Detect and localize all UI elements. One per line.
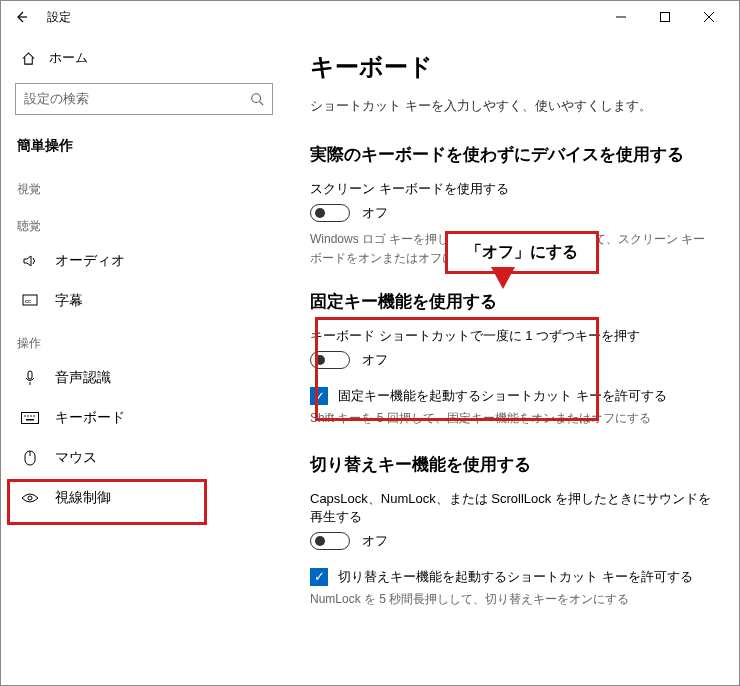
checkbox-sticky-shortcut[interactable]: ✓ bbox=[310, 387, 328, 405]
checkbox-label: 固定キー機能を起動するショートカット キーを許可する bbox=[338, 387, 667, 405]
sidebar-item-eye-control[interactable]: 視線制御 bbox=[13, 478, 291, 518]
svg-rect-8 bbox=[28, 371, 32, 379]
group-label-hearing: 聴覚 bbox=[13, 204, 291, 241]
sidebar-item-captions[interactable]: cc 字幕 bbox=[13, 281, 291, 321]
group-label-interaction: 操作 bbox=[13, 321, 291, 358]
toggle-state: オフ bbox=[362, 351, 388, 369]
sidebar-item-mouse[interactable]: マウス bbox=[13, 438, 291, 478]
svg-line-5 bbox=[260, 102, 264, 106]
svg-rect-14 bbox=[26, 419, 34, 421]
section-heading: 実際のキーボードを使わずにデバイスを使用する bbox=[310, 143, 715, 166]
svg-point-10 bbox=[24, 415, 26, 417]
sidebar-item-speech[interactable]: 音声認識 bbox=[13, 358, 291, 398]
svg-rect-1 bbox=[661, 13, 670, 22]
svg-point-11 bbox=[27, 415, 29, 417]
sidebar: ホーム 設定の検索 簡単操作 視覚 聴覚 オーディオ cc 字幕 操作 bbox=[1, 33, 291, 685]
svg-point-4 bbox=[252, 94, 261, 103]
option-label: CapsLock、NumLock、または ScrollLock を押したときにサ… bbox=[310, 490, 715, 526]
back-button[interactable] bbox=[9, 5, 33, 29]
page-subtitle: ショートカット キーを入力しやすく、使いやすくします。 bbox=[310, 97, 715, 115]
option-hint: NumLock を 5 秒間長押しして、切り替えキーをオンにする bbox=[310, 590, 715, 609]
svg-point-17 bbox=[28, 496, 32, 500]
svg-text:cc: cc bbox=[25, 298, 31, 304]
sidebar-item-label: オーディオ bbox=[55, 252, 125, 270]
home-link[interactable]: ホーム bbox=[13, 43, 291, 73]
svg-rect-9 bbox=[22, 413, 39, 424]
sidebar-item-label: 視線制御 bbox=[55, 489, 111, 507]
page-title: キーボード bbox=[310, 51, 715, 83]
close-button[interactable] bbox=[687, 1, 731, 33]
minimize-button[interactable] bbox=[599, 1, 643, 33]
toggle-sticky-keys[interactable] bbox=[310, 351, 350, 369]
checkbox-togglekeys-shortcut[interactable]: ✓ bbox=[310, 568, 328, 586]
section-heading: 固定キー機能を使用する bbox=[310, 290, 715, 313]
arrow-left-icon bbox=[14, 10, 28, 24]
home-label: ホーム bbox=[49, 49, 88, 67]
sidebar-item-label: 音声認識 bbox=[55, 369, 111, 387]
toggle-onscreen-keyboard[interactable] bbox=[310, 204, 350, 222]
close-icon bbox=[704, 12, 714, 22]
svg-point-13 bbox=[33, 415, 35, 417]
option-hint: Shift キーを 5 回押して、固定キー機能をオンまたはオフにする bbox=[310, 409, 715, 428]
search-icon bbox=[250, 92, 264, 106]
category-header: 簡単操作 bbox=[13, 129, 291, 167]
mic-icon bbox=[19, 370, 41, 386]
annotation-callout: 「オフ」にする bbox=[445, 231, 599, 274]
maximize-icon bbox=[660, 12, 670, 22]
sidebar-item-keyboard[interactable]: キーボード bbox=[13, 398, 291, 438]
minimize-icon bbox=[616, 12, 626, 22]
home-icon bbox=[19, 51, 37, 66]
content-area: キーボード ショートカット キーを入力しやすく、使いやすくします。 実際のキーボ… bbox=[291, 33, 739, 685]
cc-icon: cc bbox=[19, 294, 41, 308]
titlebar: 設定 bbox=[1, 1, 739, 33]
keyboard-icon bbox=[19, 412, 41, 424]
mouse-icon bbox=[19, 450, 41, 466]
option-label: キーボード ショートカットで一度に 1 つずつキーを押す bbox=[310, 327, 715, 345]
svg-point-12 bbox=[30, 415, 32, 417]
section-heading: 切り替えキー機能を使用する bbox=[310, 453, 715, 476]
sidebar-item-audio[interactable]: オーディオ bbox=[13, 241, 291, 281]
group-label-visual: 視覚 bbox=[13, 167, 291, 204]
audio-icon bbox=[19, 253, 41, 269]
toggle-toggle-keys[interactable] bbox=[310, 532, 350, 550]
annotation-callout-tail bbox=[491, 267, 515, 289]
option-label: スクリーン キーボードを使用する bbox=[310, 180, 715, 198]
window-controls bbox=[599, 1, 731, 33]
callout-text: 「オフ」にする bbox=[466, 243, 578, 260]
checkbox-label: 切り替えキー機能を起動するショートカット キーを許可する bbox=[338, 568, 693, 586]
search-placeholder: 設定の検索 bbox=[24, 90, 250, 108]
eye-icon bbox=[19, 492, 41, 504]
app-title: 設定 bbox=[47, 9, 71, 26]
search-input[interactable]: 設定の検索 bbox=[15, 83, 273, 115]
sidebar-item-label: マウス bbox=[55, 449, 97, 467]
toggle-state: オフ bbox=[362, 204, 388, 222]
sidebar-item-label: キーボード bbox=[55, 409, 125, 427]
maximize-button[interactable] bbox=[643, 1, 687, 33]
toggle-state: オフ bbox=[362, 532, 388, 550]
sidebar-item-label: 字幕 bbox=[55, 292, 83, 310]
